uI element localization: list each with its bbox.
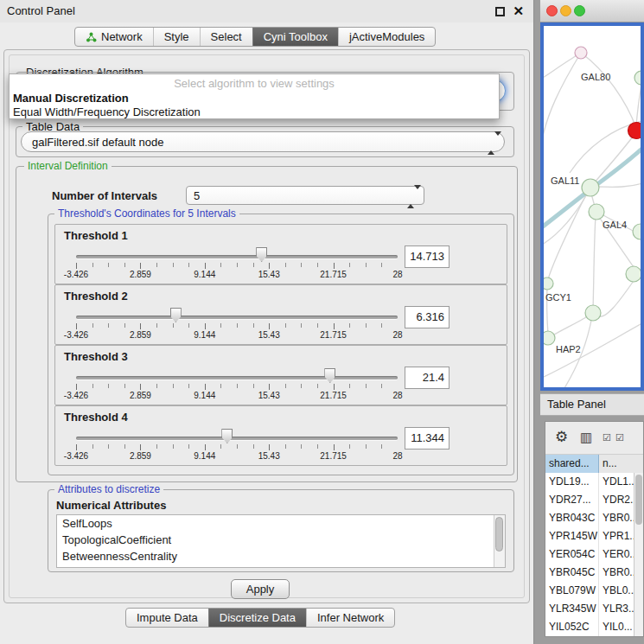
minimize-traffic-light-icon[interactable] <box>560 5 571 16</box>
node-label: GAL80 <box>581 72 610 82</box>
list-scrollbar[interactable] <box>494 515 505 567</box>
scrollbar-thumb[interactable] <box>635 475 642 525</box>
desktop: Control Panel ✕ Network Style <box>0 0 644 644</box>
table-row[interactable]: YPR145WYPR1... <box>545 527 634 545</box>
float-window-icon[interactable] <box>495 7 505 16</box>
table-header-row: shared... n... <box>545 455 643 473</box>
threshold-slider[interactable]: -3.4262.859 9.14415.43 21.71528 <box>76 427 398 463</box>
slider-scale: -3.4262.859 9.14415.43 21.71528 <box>76 330 398 341</box>
table-panel-title: Table Panel <box>547 394 606 415</box>
tab-jactivemodules[interactable]: jActiveModules <box>338 28 435 46</box>
list-item[interactable]: SelfLoops <box>57 515 505 532</box>
list-item[interactable]: BetweennessCentrality <box>57 548 505 564</box>
numerical-attributes-list: SelfLoops TopologicalCoefficient Between… <box>56 514 506 568</box>
network-canvas-frame: GAL80 GAL11 GAL4 GCY1 HAP2 <box>540 22 644 391</box>
table-row[interactable]: YLR345WYLR3... <box>545 600 634 618</box>
tab-infer-network[interactable]: Infer Network <box>306 609 394 627</box>
table-row[interactable]: YDR27...YDR2... <box>545 491 634 509</box>
number-of-intervals-combobox[interactable]: 5 <box>186 186 424 205</box>
close-icon[interactable]: ✕ <box>513 3 524 19</box>
numerical-attributes-label: Numerical Attributes <box>56 499 166 512</box>
close-traffic-light-icon[interactable] <box>546 5 558 16</box>
scrollbar-thumb[interactable] <box>495 517 503 552</box>
tab-network[interactable]: Network <box>75 28 153 46</box>
gear-icon[interactable]: ⚙ <box>555 428 568 446</box>
threshold-value-field[interactable]: 21.4 <box>405 367 450 389</box>
tab-cyni-toolbox[interactable]: Cyni Toolbox <box>252 28 338 46</box>
node-label: GCY1 <box>545 292 571 303</box>
table-row[interactable]: YIL052CYIL0... <box>545 618 634 636</box>
top-tabbar: Network Style Select Cyni Toolbox jActiv… <box>74 27 436 47</box>
table-body: YDL19...YDL1... YDR27...YDR2... YBR043CY… <box>545 473 634 636</box>
slider-ticks <box>76 323 398 329</box>
control-panel: Control Panel ✕ Network Style <box>0 0 534 644</box>
threshold-label: Threshold 3 <box>64 350 128 363</box>
network-canvas[interactable]: GAL80 GAL11 GAL4 GCY1 HAP2 <box>544 26 641 388</box>
slider-thumb[interactable] <box>221 429 233 443</box>
control-panel-titlebar: Control Panel ✕ <box>0 0 533 22</box>
slider-ticks <box>76 263 398 269</box>
threshold-slider[interactable]: -3.4262.859 9.14415.43 21.71528 <box>76 306 398 342</box>
threshold-row: Threshold 3 -3.4262.859 9.14415.43 21.71… <box>54 345 507 405</box>
threshold-row: Threshold 4 -3.4262.859 9.14415.43 21.71… <box>54 405 507 466</box>
slider-scale: -3.4262.859 9.14415.43 21.71528 <box>76 451 398 462</box>
network-view-window: GAL80 GAL11 GAL4 GCY1 HAP2 <box>540 0 644 391</box>
stepper-icon <box>488 136 498 148</box>
threshold-slider[interactable]: -3.4262.859 9.14415.43 21.71528 <box>76 245 398 282</box>
dropdown-option-manual-discretization[interactable]: Manual Discretization <box>10 92 499 105</box>
control-panel-title: Control Panel <box>7 0 75 22</box>
tab-impute-data[interactable]: Impute Data <box>126 609 208 627</box>
table-row[interactable]: YER054CYER0... <box>545 545 634 564</box>
tab-label: Cyni Toolbox <box>264 30 328 43</box>
number-of-intervals-value: 5 <box>194 187 200 206</box>
table-row[interactable]: YBR045CYBR0... <box>545 564 634 582</box>
slider-scale: -3.4262.859 9.14415.43 21.71528 <box>76 270 398 280</box>
column-header-name[interactable]: n... <box>599 455 643 473</box>
slider-track[interactable] <box>76 316 398 319</box>
table-row[interactable]: YBL079WYBL0... <box>545 582 634 600</box>
threshold-value-field[interactable]: 6.316 <box>405 306 450 328</box>
table-panel-titlebar: Table Panel <box>540 393 644 416</box>
column-header-shared[interactable]: shared... <box>545 455 599 473</box>
slider-thumb[interactable] <box>324 368 335 383</box>
threshold-value-field[interactable]: 14.713 <box>405 245 450 268</box>
threshold-row: Threshold 1 -3.4262.859 9.14415.43 21.71… <box>54 224 507 284</box>
zoom-traffic-light-icon[interactable] <box>574 5 585 16</box>
table-row[interactable]: YBR043CYBR0... <box>545 509 634 527</box>
select-checks-icon[interactable]: ☑ ☑ <box>603 432 625 443</box>
network-window-titlebar <box>540 0 644 22</box>
threshold-label: Threshold 4 <box>64 411 128 424</box>
apply-button[interactable]: Apply <box>231 579 290 599</box>
bottom-tabbar: Impute Data Discretize Data Infer Networ… <box>125 608 395 628</box>
slider-thumb[interactable] <box>170 308 182 322</box>
slider-track[interactable] <box>76 255 398 258</box>
tab-label: jActiveModules <box>349 30 424 43</box>
columns-icon[interactable]: ▥ <box>580 430 592 445</box>
tab-label: Style <box>164 30 189 43</box>
table-scrollbar[interactable] <box>634 473 643 636</box>
table-data-combobox[interactable]: galFiltered.sif default node <box>21 131 505 152</box>
tab-style[interactable]: Style <box>153 28 200 46</box>
table-data-value: galFiltered.sif default node <box>32 132 163 153</box>
slider-track[interactable] <box>76 376 398 379</box>
slider-track[interactable] <box>76 437 398 440</box>
dropdown-option-equal-width[interactable]: Equal Width/Frequency Discretization <box>10 105 499 119</box>
algorithm-dropdown-popup: Select algorithm to view settings Manual… <box>9 73 500 119</box>
node-label: GAL4 <box>603 220 627 230</box>
thresholds-group-title: Threshold's Coordinates for 5 Intervals <box>54 207 239 220</box>
network-icon <box>86 32 97 42</box>
threshold-label: Threshold 2 <box>64 290 128 303</box>
slider-thumb[interactable] <box>256 247 267 262</box>
slider-ticks <box>76 444 398 450</box>
tab-discretize-data[interactable]: Discretize Data <box>208 609 306 627</box>
tab-select[interactable]: Select <box>200 28 252 46</box>
dropdown-prompt: Select algorithm to view settings <box>10 75 499 92</box>
threshold-value-field[interactable]: 11.344 <box>405 427 450 450</box>
interval-group-title: Interval Definition <box>24 160 112 172</box>
slider-ticks <box>76 384 398 390</box>
threshold-slider[interactable]: -3.4262.859 9.14415.43 21.71528 <box>76 367 398 403</box>
table-row[interactable]: YDL19...YDL1... <box>545 473 634 491</box>
list-item[interactable]: TopologicalCoefficient <box>57 532 505 548</box>
tab-label: Impute Data <box>137 611 198 624</box>
tab-label: Select <box>211 30 242 43</box>
